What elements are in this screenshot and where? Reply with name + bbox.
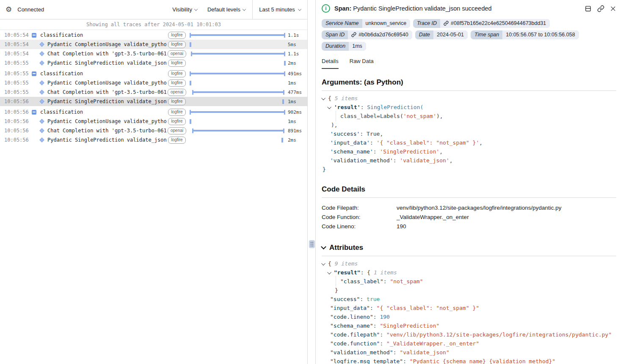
trace-row[interactable]: 10:05:55Pydantic CompletionUsage validat… [0, 78, 307, 88]
code-token: "code.function" [330, 340, 380, 347]
close-icon[interactable] [610, 5, 616, 12]
trace-name-cell: classification [28, 109, 167, 115]
tag-cell: openai [167, 50, 187, 57]
trace-row[interactable]: 10:05:54Chat Completion with 'gpt-3.5-tu… [0, 49, 307, 58]
trace-row[interactable]: 10:05:56Pydantic SinglePrediction valida… [0, 97, 307, 106]
trace-row[interactable]: 10:05:56Chat Completion with 'gpt-3.5-tu… [0, 126, 307, 135]
collapse-toggle-icon[interactable] [32, 71, 36, 76]
collapse-chevron-icon[interactable] [327, 270, 331, 274]
code-token: , [479, 140, 482, 146]
span-title-text: Pydantic SinglePrediction validate_json … [353, 5, 491, 12]
tab-details[interactable]: Details [322, 58, 339, 69]
panel-divider [308, 0, 316, 364]
code-line: class_label=Labels('not_spam'), [322, 112, 616, 120]
collapse-toggle-icon[interactable] [32, 33, 36, 38]
default-levels-menu[interactable]: Default levels [207, 6, 245, 13]
code-token: ), [436, 113, 443, 119]
scope-tag: logfire [168, 60, 185, 67]
tag-cell: logfire [167, 118, 187, 125]
code-token: '{ "class_label": "not_spam" }' [377, 140, 480, 146]
trace-name-cell: classification [28, 71, 167, 77]
code-token: true [367, 296, 380, 302]
meta-badge-time-span: Time span10:05:56.057 to 10:05:56.058 [471, 30, 579, 39]
code-detail-row: Code Filepath: venv/lib/python3.12/site-… [322, 203, 616, 213]
trace-row[interactable]: 10:05:56Pydantic CompletionUsage validat… [0, 117, 307, 126]
code-details-heading: Code Details [322, 185, 616, 194]
collapse-chevron-icon[interactable] [321, 261, 325, 265]
link-icon[interactable] [444, 21, 449, 26]
scope-tag: logfire [168, 79, 185, 87]
collapse-chevron-icon[interactable] [327, 105, 331, 109]
code-token: 'success' [330, 131, 360, 137]
duration-label: 1ms [285, 80, 307, 86]
trace-row[interactable]: 10:05:54Pydantic CompletionUsage validat… [0, 40, 307, 49]
link-icon[interactable] [351, 32, 356, 37]
trace-row[interactable]: 10:05:54classificationlogfire1.1s [0, 30, 307, 40]
tag-cell: logfire [167, 137, 187, 144]
chevron-down-icon [243, 7, 246, 11]
collapse-chevron-icon[interactable] [321, 96, 325, 100]
settings-gear-icon[interactable]: ⚙ [6, 6, 12, 13]
tab-raw-data[interactable]: Raw Data [350, 58, 374, 69]
code-token: "Pydantic {schema_name} {validation_meth… [410, 358, 555, 364]
scope-tag: logfire [168, 32, 185, 39]
trace-timestamp: 10:05:56 [0, 128, 28, 134]
trace-row[interactable]: 10:05:56Pydantic SinglePrediction valida… [0, 135, 307, 145]
attributes-collapse-chevron-icon[interactable] [321, 244, 326, 249]
trace-timestamp: 10:05:54 [0, 32, 28, 38]
grip-dots-icon [310, 241, 314, 247]
trace-name-cell: Pydantic SinglePrediction validate_json [28, 137, 167, 143]
chevron-down-icon [194, 7, 198, 11]
meta-badge-date: Date2024-05-01 [415, 30, 468, 39]
code-token: "validate_json" [400, 349, 449, 356]
tag-cell: logfire [167, 70, 187, 77]
span-diamond-icon [39, 42, 44, 47]
code-token: : [393, 349, 400, 356]
duration-bar [190, 60, 285, 66]
code-function-value: _ValidateWrapper._on_enter [397, 213, 469, 222]
badge-value: 10:05:56.057 to 10:05:56.058 [502, 30, 579, 39]
trace-row[interactable]: 10:05:56classificationlogfire902ms [0, 107, 307, 117]
code-token: : [373, 148, 380, 155]
visibility-menu[interactable]: Visibility [172, 6, 197, 13]
badge-label: Duration [322, 42, 349, 51]
connection-status: Connected [17, 6, 44, 13]
code-detail-row: Code Lineno: 190 [322, 222, 616, 231]
code-token: "logfire.msg_template" [330, 358, 403, 364]
divider-line [322, 256, 616, 256]
duration-label: 1ms [285, 99, 307, 104]
trace-name-cell: Pydantic CompletionUsage validate_python [28, 41, 167, 47]
code-line: "code.lineno": 190 [322, 312, 616, 321]
trace-timestamp: 10:05:55 [0, 71, 28, 77]
code-token: 'not_spam' [403, 113, 436, 119]
trace-group: 10:05:56classificationlogfire902ms10:05:… [0, 107, 307, 145]
time-range-select[interactable]: Last 5 minutes [252, 0, 307, 19]
attributes-code-block: { 9 items"result": { 1 items"class_label… [322, 259, 616, 364]
code-line: ), [322, 120, 616, 129]
code-token: "schema_name" [330, 323, 373, 329]
span-badges: Service Nameunknown_serviceTrace ID#08f5… [322, 19, 616, 51]
collapse-toggle-icon[interactable] [32, 110, 36, 115]
code-token: , [439, 148, 443, 155]
resize-grip-handle[interactable] [309, 240, 315, 248]
trace-toolbar: ⚙ Connected Visibility Default levels La… [0, 0, 307, 19]
badge-value: #08f57b165e22c4e625046944673bdd31 [440, 19, 550, 28]
visibility-menu-label: Visibility [172, 6, 192, 13]
code-token: "{ "class_label": "not_spam" }" [377, 305, 480, 311]
trace-row[interactable]: 10:05:55classificationlogfire491ms [0, 69, 307, 78]
scope-tag: openai [168, 127, 186, 134]
link-icon[interactable] [597, 5, 604, 12]
code-lineno-label: Code Lineno: [322, 222, 397, 231]
trace-row[interactable]: 10:05:55Pydantic SinglePrediction valida… [0, 58, 307, 68]
divider-line [322, 197, 616, 198]
badge-label: Span ID [322, 30, 348, 39]
panel-layout-icon[interactable] [584, 5, 592, 12]
attributes-heading: Attributes [322, 244, 616, 252]
code-filepath-label: Code Filepath: [322, 203, 397, 213]
trace-span-name: Pydantic CompletionUsage validate_python [47, 80, 167, 86]
trace-row[interactable]: 10:05:55Chat Completion with 'gpt-3.5-tu… [0, 88, 307, 97]
scope-tag: openai [168, 50, 186, 57]
duration-bar [190, 33, 285, 38]
code-token: "code.lineno" [330, 314, 373, 320]
code-line: "result": { 1 items [322, 268, 616, 277]
